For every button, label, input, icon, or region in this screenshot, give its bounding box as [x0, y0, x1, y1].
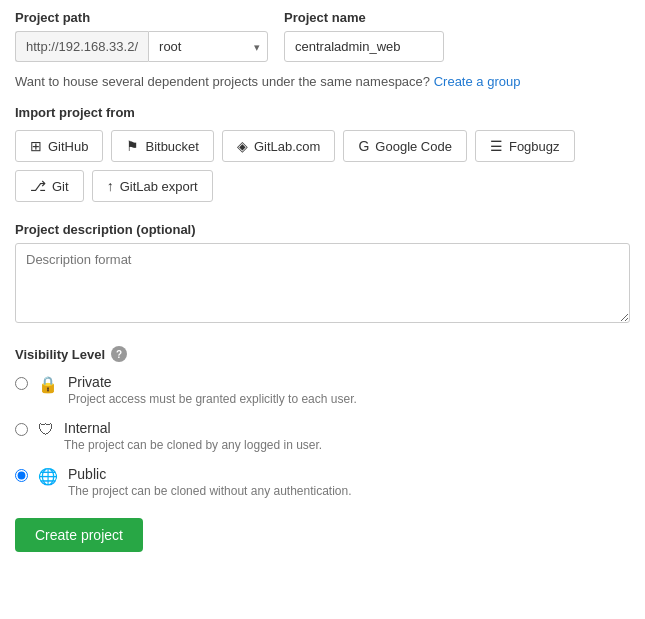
shield-icon: 🛡	[38, 421, 54, 439]
fogbugz-icon: ☰	[490, 138, 503, 154]
path-prefix: http://192.168.33.2/	[15, 31, 148, 62]
visibility-private-option: 🔒 Private Project access must be granted…	[15, 374, 630, 406]
globe-icon: 🌐	[38, 467, 58, 486]
visibility-public-radio[interactable]	[15, 469, 28, 482]
import-git-button[interactable]: ⎇ Git	[15, 170, 84, 202]
import-gitlabcom-button[interactable]: ◈ GitLab.com	[222, 130, 335, 162]
create-group-link[interactable]: Create a group	[434, 74, 521, 89]
namespace-message: Want to house several dependent projects…	[15, 74, 630, 89]
import-section-label: Import project from	[15, 105, 630, 120]
internal-title: Internal	[64, 420, 322, 436]
visibility-section: Visibility Level ? 🔒 Private Project acc…	[15, 346, 630, 498]
import-buttons-group: ⊞ GitHub ⚑ Bitbucket ◈ GitLab.com G Goog…	[15, 130, 630, 202]
visibility-internal-radio[interactable]	[15, 423, 28, 436]
project-name-group: Project name	[284, 10, 444, 62]
description-section: Project description (optional)	[15, 222, 630, 326]
internal-desc: The project can be cloned by any logged …	[64, 438, 322, 452]
create-project-button[interactable]: Create project	[15, 518, 143, 552]
git-icon: ⎇	[30, 178, 46, 194]
project-name-label: Project name	[284, 10, 444, 25]
public-desc: The project can be cloned without any au…	[68, 484, 352, 498]
namespace-select[interactable]: root	[148, 31, 268, 62]
lock-icon: 🔒	[38, 375, 58, 394]
project-name-input[interactable]	[284, 31, 444, 62]
import-github-button[interactable]: ⊞ GitHub	[15, 130, 103, 162]
visibility-help-icon[interactable]: ?	[111, 346, 127, 362]
private-desc: Project access must be granted explicitl…	[68, 392, 357, 406]
gitlabexport-icon: ↑	[107, 178, 114, 194]
googlecode-icon: G	[358, 138, 369, 154]
description-textarea[interactable]	[15, 243, 630, 323]
import-gitlabexport-button[interactable]: ↑ GitLab export	[92, 170, 213, 202]
public-title: Public	[68, 466, 352, 482]
visibility-internal-option: 🛡 Internal The project can be cloned by …	[15, 420, 630, 452]
import-fogbugz-button[interactable]: ☰ Fogbugz	[475, 130, 575, 162]
import-googlecode-button[interactable]: G Google Code	[343, 130, 467, 162]
project-path-label: Project path	[15, 10, 268, 25]
project-path-group: Project path http://192.168.33.2/ root ▾	[15, 10, 268, 62]
github-icon: ⊞	[30, 138, 42, 154]
description-label: Project description (optional)	[15, 222, 630, 237]
bitbucket-icon: ⚑	[126, 138, 139, 154]
visibility-public-option: 🌐 Public The project can be cloned witho…	[15, 466, 630, 498]
visibility-private-radio[interactable]	[15, 377, 28, 390]
visibility-title: Visibility Level	[15, 347, 105, 362]
gitlabcom-icon: ◈	[237, 138, 248, 154]
private-title: Private	[68, 374, 357, 390]
import-bitbucket-button[interactable]: ⚑ Bitbucket	[111, 130, 213, 162]
